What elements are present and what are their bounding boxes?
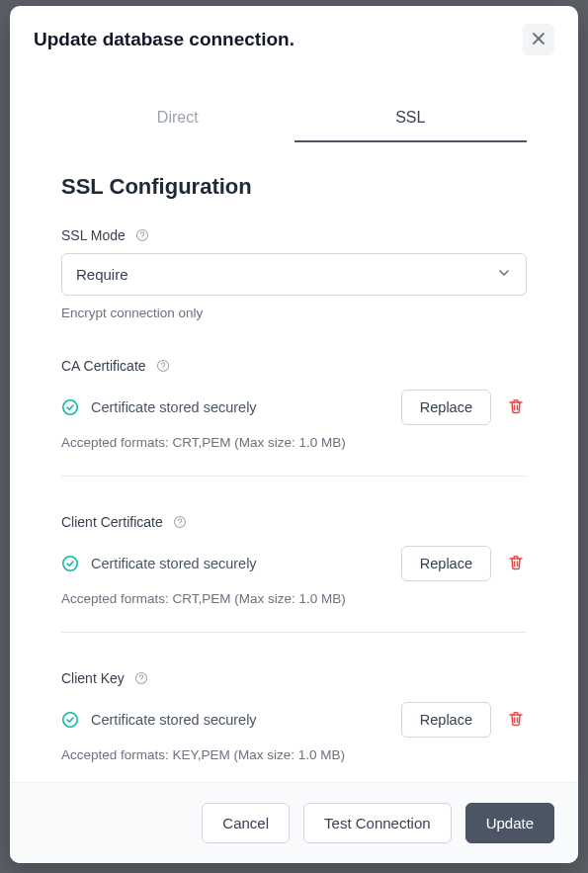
section-title: SSL Configuration <box>61 174 527 200</box>
check-circle-icon <box>61 398 79 416</box>
close-button[interactable] <box>523 24 554 55</box>
client-key-label: Client Key <box>61 670 125 686</box>
tab-ssl[interactable]: SSL <box>294 95 528 142</box>
tab-direct[interactable]: Direct <box>61 95 294 142</box>
trash-icon <box>507 397 525 418</box>
client-key-block: Client Key Certificate stored securely R… <box>61 633 527 782</box>
client-key-status: Certificate stored securely <box>91 712 257 728</box>
ca-certificate-status: Certificate stored securely <box>91 399 257 415</box>
trash-icon <box>507 554 525 574</box>
client-key-hint: Accepted formats: KEY,PEM (Max size: 1.0… <box>61 747 527 762</box>
svg-point-11 <box>63 557 77 570</box>
help-icon[interactable] <box>134 671 148 685</box>
chevron-down-icon <box>496 265 512 284</box>
modal-header: Update database connection. <box>10 6 578 67</box>
modal-footer: Cancel Test Connection Update <box>10 782 578 863</box>
help-icon[interactable] <box>135 228 149 242</box>
ssl-mode-select[interactable]: Require <box>61 253 527 296</box>
connection-tabs: Direct SSL <box>61 95 527 142</box>
close-icon <box>531 31 546 49</box>
client-key-delete-button[interactable] <box>505 708 527 733</box>
svg-point-15 <box>140 680 141 681</box>
ca-certificate-replace-button[interactable]: Replace <box>401 390 491 425</box>
modal-title: Update database connection. <box>34 29 294 50</box>
ssl-mode-value: Require <box>76 266 128 283</box>
svg-point-3 <box>141 237 142 238</box>
client-certificate-status: Certificate stored securely <box>91 556 257 571</box>
help-icon[interactable] <box>156 359 170 373</box>
update-button[interactable]: Update <box>465 803 554 843</box>
ssl-mode-hint: Encrypt connection only <box>61 306 527 320</box>
ssl-mode-label: SSL Mode <box>61 227 126 243</box>
test-connection-button[interactable]: Test Connection <box>303 803 452 843</box>
client-certificate-label: Client Certificate <box>61 514 163 530</box>
client-certificate-delete-button[interactable] <box>505 552 527 576</box>
client-key-replace-button[interactable]: Replace <box>401 702 491 738</box>
modal-body: Direct SSL SSL Configuration SSL Mode Re… <box>10 67 578 782</box>
svg-point-16 <box>63 713 77 727</box>
client-certificate-replace-button[interactable]: Replace <box>401 546 491 581</box>
cancel-button[interactable]: Cancel <box>202 803 290 843</box>
ca-certificate-block: CA Certificate Certificate stored secure… <box>61 320 527 477</box>
check-circle-icon <box>61 555 79 572</box>
update-database-connection-modal: Update database connection. Direct SSL S… <box>10 6 578 863</box>
ca-certificate-label: CA Certificate <box>61 358 146 374</box>
trash-icon <box>507 710 525 731</box>
ca-certificate-delete-button[interactable] <box>505 395 527 420</box>
check-circle-icon <box>61 711 79 729</box>
ssl-mode-label-row: SSL Mode <box>61 227 527 243</box>
svg-point-5 <box>162 368 163 369</box>
client-certificate-block: Client Certificate Certificate stored se… <box>61 477 527 633</box>
svg-point-10 <box>179 524 180 525</box>
client-certificate-hint: Accepted formats: CRT,PEM (Max size: 1.0… <box>61 591 527 606</box>
svg-point-6 <box>63 400 77 414</box>
ca-certificate-hint: Accepted formats: CRT,PEM (Max size: 1.0… <box>61 435 527 450</box>
help-icon[interactable] <box>173 515 187 529</box>
